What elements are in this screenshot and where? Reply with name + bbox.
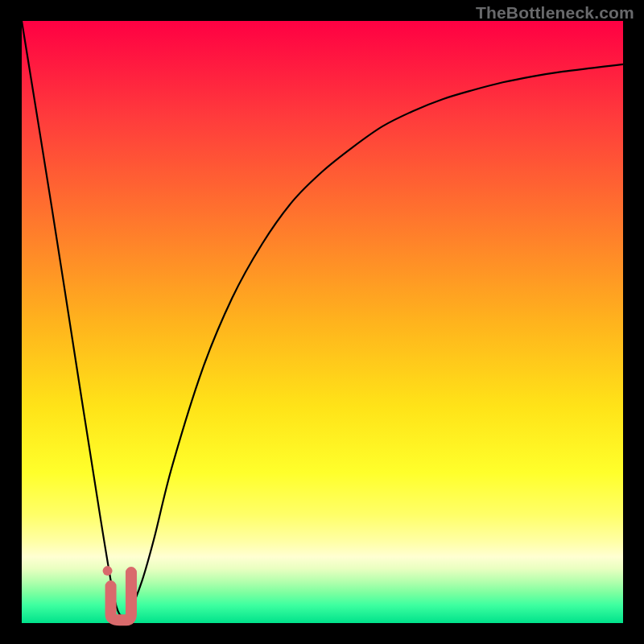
bottleneck-curve [22, 21, 623, 617]
optimal-region-marker [111, 572, 131, 620]
watermark-text: TheBottleneck.com [476, 3, 634, 23]
chart-frame: TheBottleneck.com [0, 0, 644, 644]
chart-overlay [22, 21, 623, 623]
optimal-region-dot [103, 566, 113, 576]
